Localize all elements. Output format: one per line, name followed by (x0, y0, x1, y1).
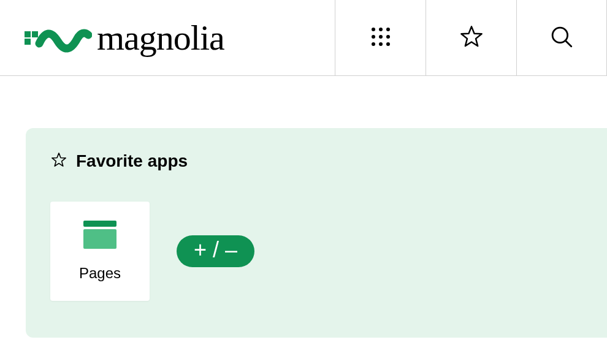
add-remove-favorites-button[interactable]: + / – (177, 235, 254, 267)
app-header: magnolia (0, 0, 607, 76)
favorites-body: Pages + / – (50, 202, 582, 301)
brand-logo[interactable]: magnolia (0, 0, 335, 75)
favorites-button[interactable] (426, 0, 516, 75)
svg-point-4 (379, 28, 383, 31)
favorites-title: Favorite apps (76, 151, 188, 171)
svg-point-3 (372, 28, 375, 31)
main-content: Favorite apps Pages + / – (0, 76, 607, 338)
svg-point-11 (386, 42, 390, 46)
svg-point-7 (379, 35, 383, 39)
app-launcher-button[interactable] (335, 0, 426, 75)
svg-point-8 (386, 35, 390, 39)
grid-dots-icon (369, 25, 392, 51)
svg-rect-0 (25, 31, 31, 37)
favorites-header: Favorite apps (50, 151, 582, 171)
add-remove-label: + / – (194, 239, 237, 261)
svg-rect-1 (32, 31, 38, 37)
app-tile-label: Pages (79, 265, 121, 282)
svg-rect-15 (83, 229, 116, 249)
brand-mark-icon (25, 23, 92, 53)
brand-name: magnolia (97, 17, 224, 58)
svg-point-6 (372, 35, 375, 39)
favorites-panel: Favorite apps Pages + / – (26, 128, 607, 338)
svg-line-13 (566, 40, 571, 46)
app-tile-pages[interactable]: Pages (50, 202, 150, 301)
pages-icon (83, 221, 116, 251)
star-icon (50, 151, 67, 171)
svg-rect-14 (83, 221, 116, 227)
svg-point-9 (372, 42, 375, 46)
svg-point-5 (386, 28, 390, 31)
search-icon (549, 24, 575, 52)
svg-rect-2 (25, 39, 31, 45)
svg-point-10 (379, 42, 383, 46)
star-icon (459, 24, 484, 52)
search-button[interactable] (516, 0, 607, 75)
header-actions (335, 0, 607, 75)
